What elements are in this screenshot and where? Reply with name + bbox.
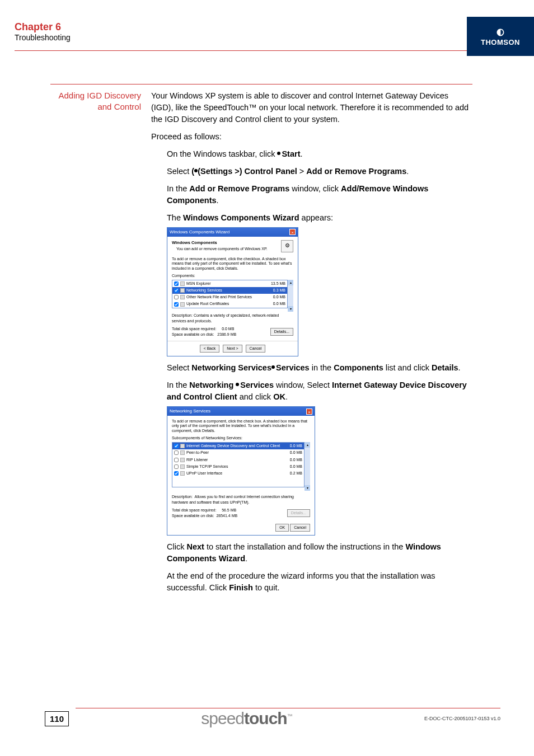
scroll-up-icon[interactable]: ▴ xyxy=(288,280,293,285)
step-6: In the Networking Services window, Selec… xyxy=(167,379,472,535)
body-column: Your Windows XP system is able to discov… xyxy=(151,90,472,599)
component-checkbox[interactable] xyxy=(174,302,179,307)
wizard-instructions: To add or remove a component, click the … xyxy=(172,257,293,271)
component-row-selected[interactable]: Networking Services 0.3 MB xyxy=(172,287,287,294)
wizard-titlebar: Windows Components Wizard × xyxy=(167,228,298,237)
component-checkbox[interactable] xyxy=(174,281,179,286)
tcpip-icon xyxy=(180,464,185,469)
step-2: Select ((Settings >) Control Panel > Add… xyxy=(167,166,472,177)
subcomponent-checkbox[interactable] xyxy=(174,450,179,455)
chapter-subtitle: Troubleshooting xyxy=(15,33,71,42)
components-label: Components: xyxy=(172,273,293,279)
component-row[interactable]: MSN Explorer 13.5 MB xyxy=(172,280,287,287)
avail-label: Space available on disk: xyxy=(172,332,214,336)
subcomponent-checkbox[interactable] xyxy=(174,444,179,448)
ns-instructions: To add or remove a component, click the … xyxy=(172,419,310,433)
cancel-button[interactable]: Cancel xyxy=(246,345,266,353)
subcomponent-checkbox[interactable] xyxy=(174,458,179,462)
header-rule xyxy=(15,50,467,51)
details-button[interactable]: Details... xyxy=(270,328,293,336)
subcomponent-checkbox[interactable] xyxy=(174,464,179,469)
component-row[interactable]: Other Network File and Print Services 0.… xyxy=(172,294,287,300)
networking-services-dialog: Networking Services × To add or remove a… xyxy=(167,406,315,535)
subcomponent-row[interactable]: RIP Listener 0.0 MB xyxy=(172,457,304,463)
section-label-line1: Adding IGD Discovery xyxy=(58,91,141,100)
subcomponent-row[interactable]: Peer-to-Peer 0.0 MB xyxy=(172,449,304,456)
page-footer: 110 speedtouch™ E-DOC-CTC-20051017-0153 … xyxy=(45,709,500,728)
chapter-title: Chapter 6 xyxy=(15,21,71,33)
ns-title: Networking Services xyxy=(170,408,210,415)
speedtouch-logo: speedtouch™ xyxy=(201,709,292,728)
p2p-icon xyxy=(180,450,185,455)
subcomponent-checkbox[interactable] xyxy=(174,471,179,476)
services-icon xyxy=(271,365,275,369)
ns-req-label: Total disk space required: xyxy=(172,508,216,512)
wizard-subheading: You can add or remove components of Wind… xyxy=(176,246,281,252)
step-5pl返回5: Select Networking ServicesServices in th… xyxy=(167,362,472,374)
component-row[interactable]: Update Root Certificates 0.0 MB xyxy=(172,300,287,307)
description-label: Description: xyxy=(172,313,193,317)
intro-text: Your Windows XP system is able to discov… xyxy=(151,90,472,125)
page-header: Chapter 6 Troubleshooting ◐ THOMSON xyxy=(0,17,534,56)
subcomponent-row-selected[interactable]: Internet Gateway Device Discovery and Co… xyxy=(172,443,304,449)
ns-avail-label: Space available on disk: xyxy=(172,514,214,518)
ns-details-button: Details... xyxy=(287,509,310,517)
ns-cancel-button[interactable]: Cancel xyxy=(290,524,310,532)
start-icon xyxy=(277,152,280,155)
wizard-title: Windows Components Wizard xyxy=(170,229,229,236)
section-label-line2: and Control xyxy=(97,102,141,111)
igd-icon xyxy=(180,444,185,448)
avail-value: 2386.9 MB xyxy=(217,332,236,336)
wizard-buttons: < Back Next > Cancel xyxy=(167,341,298,356)
scrollbar[interactable]: ▴ ▾ xyxy=(305,442,310,491)
components-list[interactable]: MSN Explorer 13.5 MB Networking Services… xyxy=(172,280,288,308)
step-3: In the Add or Remove Programs window, cl… xyxy=(167,183,472,206)
msn-icon xyxy=(180,281,185,286)
ns-desc-label: Description: xyxy=(172,495,193,499)
upnp-icon xyxy=(180,471,185,476)
steps-list: On the Windows taskbar, click Start. Sel… xyxy=(151,148,472,594)
scroll-up-icon[interactable]: ▴ xyxy=(305,442,310,448)
doc-reference: E-DOC-CTC-20051017-0153 v1.0 xyxy=(424,716,500,721)
component-checkbox[interactable] xyxy=(174,295,179,299)
ns-titlebar: Networking Services × xyxy=(167,407,315,416)
next-button[interactable]: Next > xyxy=(223,345,242,353)
req-value: 0.0 MB xyxy=(222,327,234,331)
subcomponents-label: Subcomponents of Networking Services: xyxy=(172,435,310,441)
back-button[interactable]: < Back xyxy=(200,345,220,353)
other-net-icon xyxy=(180,295,185,299)
footer-rule xyxy=(76,708,500,708)
scroll-down-icon[interactable]: ▾ xyxy=(305,485,310,491)
step-1: On the Windows taskbar, click Start. xyxy=(167,148,472,160)
subcomponents-list[interactable]: Internet Gateway Device Discovery and Co… xyxy=(172,442,305,487)
ns-avail-value: 28541.4 MB xyxy=(216,514,237,518)
tm-icon: ™ xyxy=(287,713,292,719)
wizard-dialog: Windows Components Wizard × Windows Comp… xyxy=(167,227,298,356)
chapter-block: Chapter 6 Troubleshooting xyxy=(15,21,71,42)
scroll-down-icon[interactable]: ▾ xyxy=(288,306,293,312)
services-icon xyxy=(236,383,239,386)
content-area: Adding IGD Discovery and Control Your Wi… xyxy=(50,84,472,599)
ok-button[interactable]: OK xyxy=(275,524,289,532)
cert-icon xyxy=(180,302,185,307)
rip-icon xyxy=(180,458,185,462)
step-4: The Windows Components Wizard appears: W… xyxy=(167,212,472,356)
close-icon[interactable]: × xyxy=(306,408,312,415)
scrollbar[interactable]: ▴ ▾ xyxy=(288,280,293,312)
subcomponent-row[interactable]: Simple TCP/IP Services 0.0 MB xyxy=(172,463,304,470)
subcomponent-row[interactable]: UPnP User Interface 0.2 MB xyxy=(172,470,304,477)
step-7: Click Next to start the installation and… xyxy=(167,541,472,565)
brand-text: THOMSON xyxy=(481,38,520,46)
ns-req-value: 56.5 MB xyxy=(222,508,236,512)
close-icon[interactable]: × xyxy=(289,229,296,235)
wizard-heading: Windows Components xyxy=(172,240,281,246)
net-icon xyxy=(180,288,185,293)
thomson-logo: ◐ THOMSON xyxy=(467,17,534,56)
section-label: Adding IGD Discovery and Control xyxy=(50,90,151,599)
page-number: 110 xyxy=(45,711,69,726)
component-checkbox[interactable] xyxy=(174,288,179,293)
step-8: At the end of the procedure the wizard i… xyxy=(167,570,472,594)
req-label: Total disk space required: xyxy=(172,327,216,331)
proceed-text: Proceed as follows: xyxy=(151,131,472,143)
globe-icon: ◐ xyxy=(496,26,505,37)
